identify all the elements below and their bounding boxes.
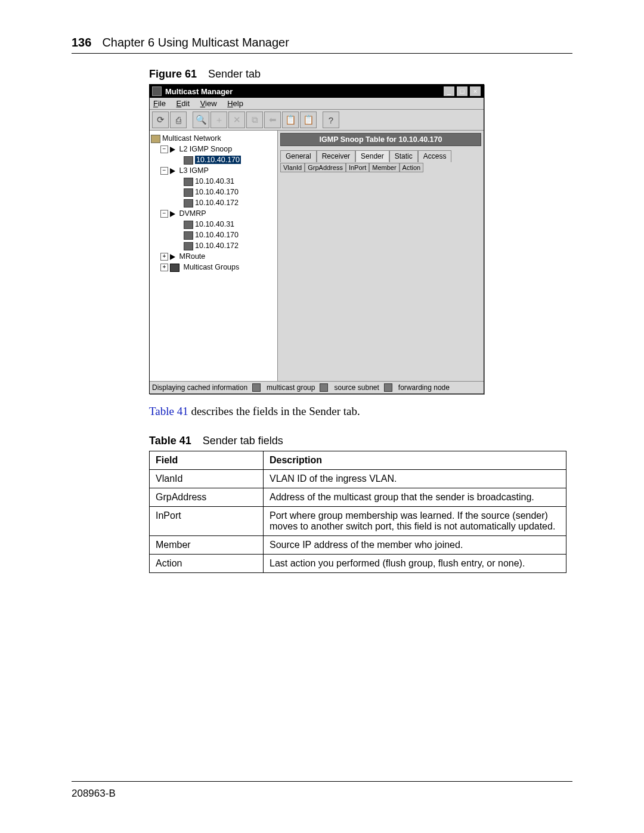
device-icon [184, 242, 193, 250]
tree-leaf-l3-2[interactable]: 10.10.40.170 [151, 187, 276, 197]
status-message: Displaying cached information [152, 383, 247, 392]
tab-access[interactable]: Access [418, 150, 452, 162]
table-caption: Table 41 Sender tab fields [149, 435, 572, 447]
toolbar: ⟳ ⎙ 🔍 ＋ ✕ ⧉ ⬅ 📋 📋 ? [150, 110, 484, 131]
cell-desc: Address of the multicast group that the … [264, 488, 566, 507]
th-field: Field [150, 451, 264, 470]
menu-view[interactable]: View [200, 99, 217, 108]
window-title: Multicast Manager [165, 87, 442, 96]
expand-icon[interactable]: + [160, 264, 168, 271]
body-paragraph: Table 41 describes the fields in the Sen… [149, 405, 572, 418]
expand-icon[interactable]: + [160, 253, 168, 261]
tree-leaf-l3-3[interactable]: 10.10.40.172 [151, 197, 276, 208]
paste2-icon[interactable]: 📋 [300, 112, 317, 128]
figure-label: Figure 61 [149, 68, 197, 80]
tab-receiver[interactable]: Receiver [317, 150, 355, 162]
status-bar: Displaying cached information multicast … [150, 381, 484, 394]
delete-icon[interactable]: ✕ [228, 112, 245, 128]
body-text: describes the fields in the Sender tab. [188, 405, 360, 417]
page-number: 136 [72, 36, 91, 49]
table-row: GrpAddressAddress of the multicast group… [150, 488, 566, 507]
collapse-icon[interactable]: − [160, 145, 168, 153]
maximize-button[interactable]: □ [456, 86, 468, 97]
tree-node-l2[interactable]: − L2 IGMP Snoop [151, 144, 276, 154]
col-grpaddr[interactable]: GrpAddress [305, 163, 346, 172]
tree-node-dvmrp[interactable]: − DVMRP [151, 208, 276, 219]
tree-leaf-dv-3[interactable]: 10.10.40.172 [151, 240, 276, 251]
legend-icon [384, 383, 392, 392]
cell-desc: Source IP address of the member who join… [264, 536, 566, 555]
help-icon[interactable]: ? [323, 112, 339, 128]
cell-desc: Last action you performed (flush group, … [264, 555, 566, 573]
back-icon[interactable]: ⬅ [264, 112, 281, 128]
figure-caption: Figure 61 Sender tab [149, 68, 572, 80]
minimize-button[interactable]: _ [443, 86, 455, 97]
table-caption-text: Sender tab fields [203, 435, 283, 447]
document-id: 208963-B [72, 788, 116, 800]
panel-title: IGMP Snoop Table for 10.10.40.170 [280, 133, 481, 146]
device-icon [184, 221, 193, 229]
device-icon [184, 178, 193, 186]
tab-sender[interactable]: Sender [355, 150, 389, 162]
folder-icon [151, 135, 160, 143]
tab-static[interactable]: Static [389, 150, 418, 162]
legend-node: forwarding node [398, 383, 450, 392]
print-icon[interactable]: ⎙ [170, 112, 187, 128]
col-vlanid[interactable]: VlanId [280, 163, 305, 172]
menu-edit[interactable]: Edit [177, 99, 190, 108]
footer-rule [72, 781, 572, 782]
table-header-row: Field Description [150, 451, 566, 470]
app-icon [152, 86, 162, 96]
zoom-icon[interactable]: 🔍 [193, 112, 209, 128]
refresh-icon[interactable]: ⟳ [152, 112, 169, 128]
menu-bar: FFileile Edit View Help [150, 98, 484, 110]
cell-field: Action [150, 555, 264, 573]
app-window: Multicast Manager _ □ × FFileile Edit Vi… [149, 84, 484, 394]
cell-desc: VLAN ID of the ingress VLAN. [264, 470, 566, 488]
legend-icon [320, 383, 328, 392]
copy-icon[interactable]: ⧉ [246, 112, 263, 128]
legend-icon [252, 383, 261, 392]
table-row: ActionLast action you performed (flush g… [150, 555, 566, 573]
title-bar[interactable]: Multicast Manager _ □ × [150, 85, 484, 98]
table-xref[interactable]: Table 41 [149, 405, 188, 417]
tabs: General Receiver Sender Static Access [280, 150, 481, 162]
device-icon [184, 231, 193, 240]
tab-general[interactable]: General [280, 150, 317, 162]
chapter-title: Chapter 6 Using Multicast Manager [102, 36, 289, 49]
th-desc: Description [264, 451, 566, 470]
tree-pane[interactable]: Multicast Network − L2 IGMP Snoop 10.10.… [150, 131, 278, 381]
close-button[interactable]: × [469, 86, 481, 97]
tree-leaf-l2-1[interactable]: 10.10.40.170 [151, 154, 276, 165]
legend-multicast: multicast group [267, 383, 315, 392]
table-row: InPortPort where group membership was le… [150, 507, 566, 536]
tree-leaf-dv-1[interactable]: 10.10.40.31 [151, 219, 276, 230]
col-member[interactable]: Member [369, 163, 399, 172]
fields-table: Field Description VlanIdVLAN ID of the i… [149, 451, 566, 573]
device-icon [184, 188, 193, 197]
tree-root[interactable]: Multicast Network [151, 133, 276, 144]
collapse-icon[interactable]: − [160, 210, 168, 218]
tree-node-l3[interactable]: − L3 IGMP [151, 165, 276, 176]
add-icon[interactable]: ＋ [210, 112, 227, 128]
detail-pane: IGMP Snoop Table for 10.10.40.170 Genera… [278, 131, 484, 381]
arrow-icon [170, 211, 175, 217]
paste-icon[interactable]: 📋 [282, 112, 299, 128]
menu-file[interactable]: FFileile [153, 99, 166, 108]
tree-leaf-dv-2[interactable]: 10.10.40.170 [151, 230, 276, 240]
tree-node-groups[interactable]: + Multicast Groups [151, 262, 276, 272]
cell-field: GrpAddress [150, 488, 264, 507]
col-action[interactable]: Action [400, 163, 424, 172]
arrow-icon [170, 147, 175, 153]
group-icon [170, 264, 179, 272]
table-row: VlanIdVLAN ID of the ingress VLAN. [150, 470, 566, 488]
table-row: MemberSource IP address of the member wh… [150, 536, 566, 555]
tree-leaf-l3-1[interactable]: 10.10.40.31 [151, 176, 276, 187]
cell-desc: Port where group membership was learned.… [264, 507, 566, 536]
cell-field: Member [150, 536, 264, 555]
collapse-icon[interactable]: − [160, 167, 168, 175]
tree-node-mroute[interactable]: + MRoute [151, 251, 276, 262]
device-icon [184, 199, 193, 208]
menu-help[interactable]: Help [227, 99, 243, 108]
col-inport[interactable]: InPort [346, 163, 369, 172]
